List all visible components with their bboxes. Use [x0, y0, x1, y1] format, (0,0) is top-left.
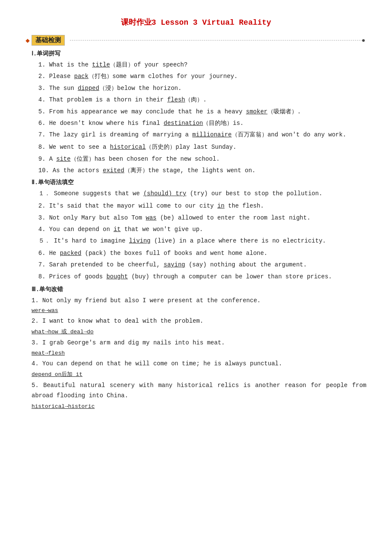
item-text: Please pack（打包）some warm clothes for you… [49, 73, 237, 80]
item-text: It's hard to imagine living (live) in a … [54, 237, 326, 244]
item-text: Sarah pretended to be cheerful, saying (… [49, 261, 307, 268]
item-text: I grab George's arm and dig my nails int… [42, 339, 225, 346]
list-item: 6. He doesn't know where his final desti… [38, 119, 366, 128]
item-text: A site（位置）has been chosen for the new sc… [49, 156, 219, 162]
list-item: 7. Sarah pretended to be cheerful, sayin… [38, 260, 366, 269]
item-num: 2. [38, 202, 49, 209]
list-item: 3. I grab George's arm and dig my nails … [32, 338, 366, 347]
item-num: 5. [32, 382, 43, 389]
item-text: That problem is a thorn in their flesh（肉… [49, 96, 207, 103]
item-num: 10. [38, 167, 53, 174]
list-item: 1. What is the title（题目）of your speech? [38, 60, 366, 69]
list-item: 5. Beautiful natural scenery with many h… [32, 381, 366, 401]
page-title: 课时作业3 Lesson 3 Virtual Reality [26, 17, 366, 27]
list-item: 9. A site（位置）has been chosen for the new… [38, 154, 366, 164]
list-item: 8. Prices of goods bought (buy) through … [38, 272, 366, 282]
correction-text: historical→historic [32, 403, 366, 410]
item-text: Not only my friend but also I were prese… [42, 297, 260, 304]
item-text: Someone suggests that we (should) try (t… [54, 190, 322, 197]
item-text: The sun dipped（浸）below the horizon. [49, 85, 182, 92]
item-text: You can depend on that he will come on t… [42, 360, 282, 367]
list-item: 2. It's said that the mayor will come to… [38, 201, 366, 211]
item-num: 2. [38, 73, 49, 80]
item-text: What is the title（题目）of your speech? [49, 61, 187, 68]
list-item: 2. I want to know what to deal with the … [32, 316, 366, 326]
item-text: Beautiful natural scenery with many hist… [32, 382, 366, 399]
diamond-icon: ◆ [26, 36, 30, 45]
list-item: 3. The sun dipped（浸）below the horizon. [38, 84, 366, 93]
item-num: 3. [38, 214, 49, 221]
list-item: 4. That problem is a thorn in their fles… [38, 95, 366, 104]
item-num: 3. [32, 339, 42, 346]
item-text: As the actors exited（离开）the stage, the l… [53, 167, 256, 174]
list-item: 2. Please pack（打包）some warm clothes for … [38, 72, 366, 81]
list-item: 4. You can depend on it that we won't gi… [38, 225, 366, 234]
section3-label: Ⅲ.单句改错 [32, 286, 366, 293]
dashed-divider [70, 40, 365, 40]
list-item: 10. As the actors exited（离开）the stage, t… [38, 166, 366, 175]
item-text: From his appearance we may conclude that… [49, 108, 301, 115]
item-num: 1. [38, 61, 49, 68]
item-text: Prices of goods bought (buy) through a c… [49, 273, 332, 280]
list-item: １． Someone suggests that we (should) try… [38, 189, 366, 199]
list-item: 4. You can depend on that he will come o… [32, 359, 366, 368]
item-num: 8. [38, 273, 49, 280]
item-num: 5. [38, 108, 49, 115]
item-num: 4. [32, 360, 42, 367]
section-badge: 基础检测 [32, 35, 65, 46]
item-num: 2. [32, 318, 42, 324]
section2-label: Ⅱ.单句语法填空 [32, 179, 366, 186]
list-item: 3. Not only Mary but also Tom was (be) a… [38, 213, 366, 223]
list-item: 1. Not only my friend but also I were pr… [32, 296, 366, 305]
correction-text: what→how 或 deal→do [32, 328, 366, 335]
item-num: 6. [38, 250, 49, 257]
item-text: It's said that the mayor will come to ou… [49, 202, 264, 209]
list-item: 6. He packed (pack) the boxes full of bo… [38, 249, 366, 258]
correction-text: depend on后加 it [32, 370, 366, 378]
item-num: 7. [38, 131, 46, 138]
list-item: 5. From his appearance we may conclude t… [38, 107, 366, 116]
item-num: 9. [38, 156, 49, 162]
item-text: Not only Mary but also Tom was (be) allo… [49, 214, 310, 221]
section1-label: Ⅰ.单词拼写 [32, 50, 366, 58]
item-text: The lazy girl is dreaming of marrying a … [49, 131, 346, 138]
correction-text: were→was [32, 307, 366, 314]
item-text: You can depend on it that we won't give … [49, 226, 203, 233]
item-num: 4. [38, 226, 49, 233]
list-item: 7. The lazy girl is dreaming of marrying… [38, 130, 366, 140]
list-item: 8. We went to see a historical（历史的）play … [38, 142, 366, 152]
correction-text: meat→flesh [32, 350, 366, 356]
item-num: 1. [32, 297, 42, 304]
item-text: He doesn't know where his final destinat… [49, 120, 243, 127]
item-text: I want to know what to deal with the pro… [42, 318, 203, 324]
item-num: 8. [38, 144, 49, 150]
dashed-dot [362, 39, 365, 42]
list-item: ５． It's hard to imagine living (live) in… [38, 236, 366, 246]
item-text: He packed (pack) the boxes full of books… [49, 250, 268, 257]
section-header: ◆ 基础检测 [26, 35, 366, 46]
item-num: １． [38, 190, 50, 197]
item-text: We went to see a historical（历史的）play las… [49, 144, 236, 150]
item-num: 3. [38, 85, 49, 92]
item-num: ５． [38, 237, 50, 244]
item-num: 4. [38, 96, 49, 103]
item-num: 7. [38, 261, 49, 268]
item-num: 6. [38, 120, 49, 127]
